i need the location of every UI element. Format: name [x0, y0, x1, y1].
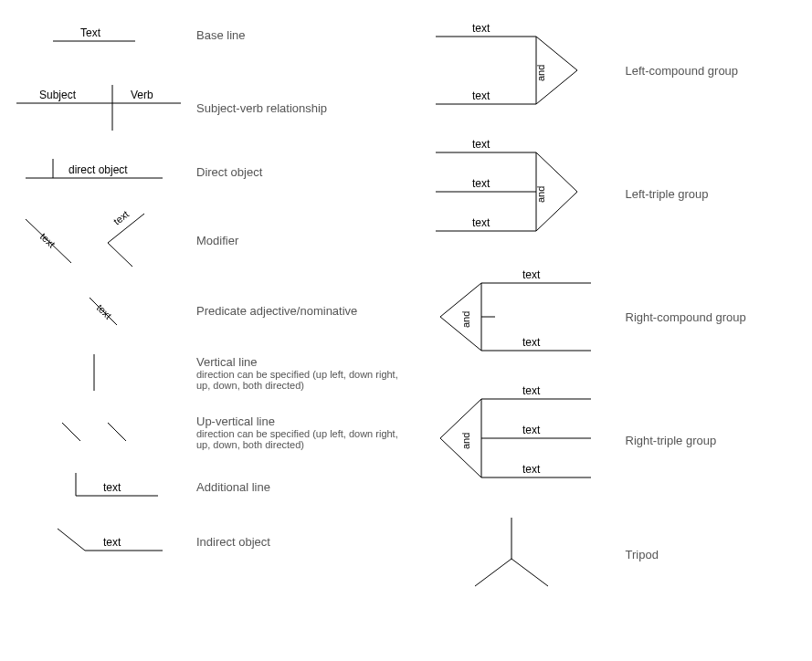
- svg-line-14: [108, 423, 126, 441]
- left-compound-row: text text and Left-compound group: [406, 20, 813, 121]
- right-triple-shape: text text text and: [406, 385, 617, 495]
- up-vertical-line-shape: [0, 414, 187, 450]
- additional-line-shape: text: [0, 468, 187, 505]
- left-triple-shape: text text text and: [406, 139, 617, 248]
- baseline-shape: Text: [0, 16, 187, 53]
- predicate-row: text Predicate adjective/nominative: [0, 290, 406, 331]
- right-triple-text-1: text: [522, 385, 541, 397]
- vertical-line-label: Vertical line: [196, 355, 406, 369]
- tripod-shape: [406, 513, 617, 595]
- modifier-text-2: text: [111, 208, 130, 226]
- tripod-label: Tripod: [626, 548, 813, 561]
- up-vertical-line-label: Up-vertical line: [196, 414, 406, 428]
- svg-line-43: [475, 559, 511, 586]
- baseline-label: Base line: [196, 28, 406, 42]
- vertical-line-row: Vertical line direction can be specified…: [0, 350, 406, 395]
- left-compound-label: Left-compound group: [626, 64, 813, 78]
- baseline-text: Text: [80, 26, 101, 39]
- additional-line-text: text: [103, 481, 121, 494]
- indirect-object-text: text: [103, 536, 121, 549]
- subject-verb-shape: Subject Verb: [0, 80, 187, 135]
- right-triple-row: text text text and Right-triple group: [406, 385, 813, 495]
- left-triple-label: Left-triple group: [626, 187, 813, 201]
- right-compound-shape: text text and: [406, 267, 617, 367]
- predicate-label: Predicate adjective/nominative: [196, 304, 406, 318]
- left-triple-and: and: [535, 186, 546, 203]
- left-compound-shape: text text and: [406, 20, 617, 121]
- predicate-shape: text: [0, 290, 187, 331]
- direct-object-label: Direct object: [196, 165, 406, 179]
- vertical-line-sub: direction can be specified (up left, dow…: [196, 369, 406, 391]
- svg-line-13: [62, 423, 80, 441]
- direct-object-row: direct object Direct object: [0, 153, 406, 190]
- left-triple-text-1: text: [472, 139, 490, 151]
- modifier-shape: text text: [0, 208, 187, 272]
- left-compound-text-1: text: [472, 22, 490, 35]
- svg-line-17: [58, 529, 85, 551]
- vertical-line-shape: [0, 350, 187, 395]
- indirect-object-row: text Indirect object: [0, 523, 406, 560]
- predicate-text: text: [94, 302, 113, 321]
- left-triple-text-2: text: [472, 177, 490, 190]
- right-compound-text-2: text: [522, 336, 541, 349]
- right-compound-text-1: text: [522, 268, 541, 281]
- additional-line-row: text Additional line: [0, 468, 406, 505]
- modifier-label: Modifier: [196, 234, 406, 247]
- left-compound-text-2: text: [472, 89, 490, 102]
- direct-object-shape: direct object: [0, 153, 187, 190]
- direct-object-text: direct object: [69, 163, 128, 176]
- svg-line-7: [108, 243, 132, 267]
- subject-verb-row: Subject Verb Subject-verb relationship: [0, 80, 406, 135]
- additional-line-label: Additional line: [196, 480, 406, 494]
- tripod-row: Tripod: [406, 513, 813, 595]
- svg-line-44: [511, 559, 548, 586]
- verb-text: Verb: [131, 89, 153, 101]
- right-compound-row: text text and Right-compound group: [406, 267, 813, 367]
- right-triple-and: and: [460, 433, 471, 449]
- right-triple-label: Right-triple group: [626, 434, 813, 447]
- right-compound-label: Right-compound group: [626, 310, 813, 324]
- indirect-object-shape: text: [0, 523, 187, 560]
- baseline-row: Text Base line: [0, 16, 406, 53]
- subject-text: Subject: [39, 89, 77, 101]
- subject-verb-label: Subject-verb relationship: [196, 101, 406, 115]
- up-vertical-line-row: Up-vertical line direction can be specif…: [0, 414, 406, 450]
- left-triple-text-3: text: [472, 216, 490, 229]
- svg-line-36: [440, 399, 481, 438]
- left-compound-and: and: [535, 65, 546, 81]
- indirect-object-label: Indirect object: [196, 535, 406, 549]
- right-compound-and: and: [460, 311, 471, 328]
- svg-line-28: [536, 152, 577, 192]
- left-triple-row: text text text and Left-triple group: [406, 139, 813, 248]
- right-triple-text-3: text: [522, 463, 541, 476]
- modifier-row: text text Modifier: [0, 208, 406, 272]
- right-triple-text-2: text: [522, 424, 541, 436]
- up-vertical-line-sub: direction can be specified (up left, dow…: [196, 428, 406, 450]
